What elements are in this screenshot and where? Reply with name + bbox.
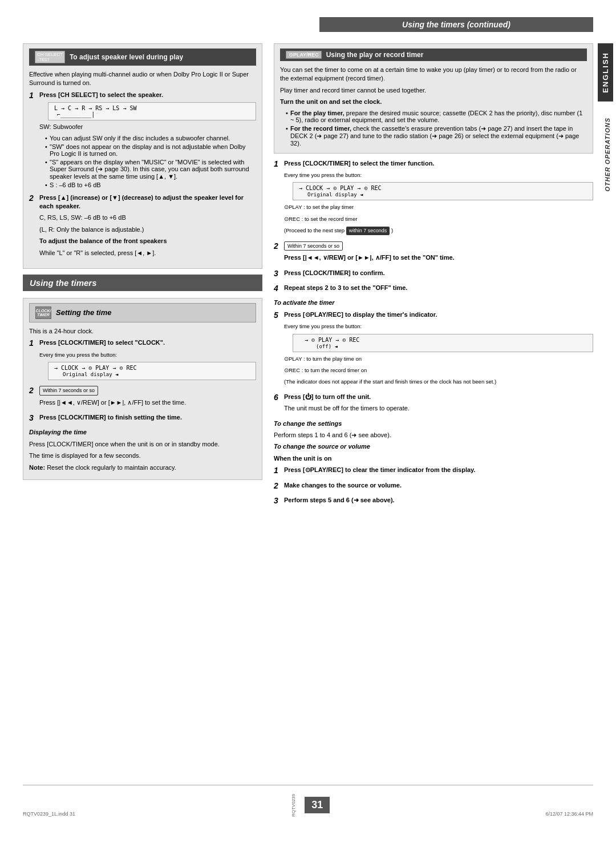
- timer-step-4: 4 Repeat steps 2 to 3 to set the "OFF" t…: [274, 284, 593, 295]
- speaker-level-intro: Effective when playing multi-channel aud…: [29, 70, 256, 88]
- step-1-diagram: L → C → R → RS → LS → SW ⌐_________|: [48, 102, 256, 120]
- step1-note-proceed: (Proceed to the next step within 7 secon…: [284, 227, 393, 233]
- cs-step-1: 1 Press [⊙PLAY/REC] to clear the timer i…: [274, 466, 593, 477]
- cs-step-2: 2 Make changes to the source or volume.: [274, 481, 593, 493]
- speaker-level-box: CH SELECT–TEST To adjust speaker level d…: [23, 43, 262, 269]
- timer-step-4-text: Repeat steps 2 to 3 to set the "OFF" tim…: [284, 284, 407, 291]
- timer-step-5-sub: Every time you press the button:: [284, 323, 362, 329]
- step1-note-play: ⊙PLAY : to set the play timer: [284, 204, 354, 210]
- timer-diagram-5: → ⊙ PLAY → ⊙ REC (off) ◄: [293, 334, 593, 352]
- timer-step-5: 5 Press [⊙PLAY/REC] to display the timer…: [274, 310, 593, 389]
- timer-step-3-num: 3: [274, 269, 282, 280]
- step5-note-play: ⊙PLAY : to turn the play time on: [284, 356, 362, 362]
- clock-step-2-text: Press [|◄◄, ∨/REW] or [►►|, ∧/FF] to set…: [39, 398, 256, 407]
- timer-bullets: For the play timer, prepare the desired …: [280, 110, 587, 147]
- timer-step-5-text: Press [⊙PLAY/REC] to display the timer's…: [284, 311, 437, 318]
- speaker-level-title: To adjust speaker level during play: [70, 53, 183, 61]
- clock-step-2-num: 2: [29, 386, 37, 410]
- change-source-title: To change the source or volume: [274, 443, 370, 450]
- step-1-text: Press [CH SELECT] to select the speaker.: [39, 91, 163, 98]
- english-tab: ENGLISH: [598, 43, 613, 102]
- step-2-note2: (L, R: Only the balance is adjustable.): [39, 225, 256, 234]
- speaker-level-header: CH SELECT–TEST To adjust speaker level d…: [29, 49, 256, 66]
- timer-step-1-text: Press [CLOCK/TIMER] to select the timer …: [284, 160, 434, 167]
- activate-title: To activate the timer: [274, 299, 335, 306]
- bullet-1: You can adjust SW only if the disc inclu…: [45, 135, 256, 142]
- note-text: Reset the clock regularly to maintain ac…: [47, 464, 176, 471]
- sw-label: SW: Subwoofer: [39, 123, 256, 131]
- cs-step-3: 3 Perform steps 5 and 6 (➜ see above).: [274, 496, 593, 507]
- bullet-4: S : –6 dB to +6 dB: [45, 182, 256, 188]
- timer-step-5-num: 5: [274, 310, 282, 389]
- clock-step-2: 2 Within 7 seconds or so Press [|◄◄, ∨/R…: [29, 386, 256, 410]
- step-2-speaker: 2 Press [▲] (increase) or [▼] (decrease)…: [29, 193, 256, 260]
- clock-step-1: 1 Press [CLOCK/TIMER] to select "CLOCK".…: [29, 338, 256, 382]
- clock-diagram-1: → CLOCK → ⊙ PLAY → ⊙ REC Original displa…: [48, 362, 256, 380]
- balance-title: To adjust the balance of the front speak…: [39, 237, 167, 244]
- cs-step-1-text: Press [⊙PLAY/REC] to clear the timer ind…: [284, 466, 475, 473]
- within-badge-timer: Within 7 seconds or so: [284, 241, 343, 251]
- footer: RQTV0239_1L.indd 31 RQTV0239 31 6/12/07 …: [23, 785, 593, 817]
- play-timer-bullet: For the play timer, prepare the desired …: [286, 110, 587, 123]
- timer-step-4-num: 4: [274, 284, 282, 295]
- setting-time-header: CLOCK/TIMER Setting the time: [29, 303, 256, 322]
- play-timer-bold: For the play timer,: [290, 110, 345, 116]
- other-operations-tab: OTHER OPERATIONS: [602, 112, 613, 197]
- within-seconds-badge: within 7 seconds: [346, 227, 390, 235]
- displaying-time-text: Press [CLOCK/TIMER] once when the unit i…: [29, 440, 256, 449]
- step-1-num: 1: [29, 91, 37, 190]
- timer-step-6-note: The unit must be off for the timers to o…: [284, 404, 593, 413]
- play-rec-icon: ⊙PLAY/REC: [286, 51, 322, 59]
- note-label: Note:: [29, 464, 45, 471]
- setting-time-box: CLOCK/TIMER Setting the time This is a 2…: [23, 298, 262, 480]
- cs-step-2-num: 2: [274, 481, 282, 493]
- timer-step-1: 1 Press [CLOCK/TIMER] to select the time…: [274, 159, 593, 238]
- cs-step-3-text: Perform steps 5 and 6 (➜ see above).: [284, 497, 395, 503]
- step-2-note1: C, RS, LS, SW: –6 dB to +6 dB: [39, 213, 256, 222]
- balance-text: While "L" or "R" is selected, press [◄, …: [39, 249, 256, 257]
- timer-step-6-num: 6: [274, 393, 282, 416]
- timer-intro-1: You can set the timer to come on at a ce…: [280, 66, 587, 83]
- timer-step-6: 6 Press [⏻] to turn off the unit. The un…: [274, 393, 593, 416]
- displaying-time-title: Displaying the time: [29, 429, 87, 435]
- turn-on-title: Turn the unit on and set the clock.: [280, 98, 382, 105]
- play-record-title: Using the play or record timer: [326, 51, 424, 59]
- footer-code: RQTV0239: [291, 794, 296, 817]
- step-2-num: 2: [29, 193, 37, 260]
- timer-step-1-num: 1: [274, 159, 282, 238]
- record-timer-bullet: For the record timer, check the cassette…: [286, 125, 587, 147]
- step5-note-paren: (The indicator does not appear if the st…: [284, 378, 496, 385]
- setting-time-title: Setting the time: [56, 308, 112, 317]
- change-settings-text: Perform steps 1 to 4 and 6 (➜ see above)…: [274, 431, 593, 439]
- cs-step-3-num: 3: [274, 496, 282, 507]
- page-number: 31: [305, 797, 330, 813]
- timer-step-2-text: Press [|◄◄, ∨/REW] or [►►|, ∧/FF] to set…: [284, 254, 455, 261]
- timer-step-6-text: Press [⏻] to turn off the unit.: [284, 393, 371, 400]
- step1-note-rec: ⊙REC : to set the record timer: [284, 216, 357, 222]
- footer-left: RQTV0239_1L.indd 31: [23, 811, 75, 817]
- section-header: Using the timers (continued): [319, 17, 593, 32]
- when-unit-on: When the unit is on: [274, 455, 331, 462]
- cs-step-2-text: Make changes to the source or volume.: [284, 482, 402, 489]
- displaying-time-note: The time is displayed for a few seconds.: [29, 451, 256, 460]
- clock-step-3-text: Press [CLOCK/TIMER] to finish setting th…: [39, 414, 182, 421]
- footer-right: 6/12/07 12:36:44 PM: [545, 811, 593, 817]
- timer-step-3: 3 Press [CLOCK/TIMER] to confirm.: [274, 269, 593, 280]
- timer-step-2: 2 Within 7 seconds or so Press [|◄◄, ∨/R…: [274, 241, 593, 265]
- clock-step-1-sub: Every time you press the button:: [39, 352, 117, 358]
- clock-step-1-num: 1: [29, 338, 37, 382]
- bullet-3: "S" appears on the display when "MUSIC" …: [45, 159, 256, 180]
- step-1-speaker: 1 Press [CH SELECT] to select the speake…: [29, 91, 256, 190]
- timer-step-2-num: 2: [274, 241, 282, 265]
- ch-select-icon: CH SELECT–TEST: [35, 51, 65, 63]
- play-record-header: ⊙PLAY/REC Using the play or record timer: [280, 49, 587, 61]
- play-record-timer-box: ⊙PLAY/REC Using the play or record timer…: [274, 43, 593, 154]
- change-settings-title: To change the settings: [274, 420, 342, 427]
- clock-timer-icon: CLOCK/TIMER: [35, 306, 51, 319]
- step-2-text: Press [▲] (increase) or [▼] (decrease) t…: [39, 194, 244, 209]
- within-badge-clock: Within 7 seconds or so: [39, 386, 98, 396]
- timer-step-1-sub: Every time you press the button:: [284, 172, 362, 178]
- left-column: CH SELECT–TEST To adjust speaker level d…: [23, 43, 262, 785]
- clock-intro: This is a 24-hour clock.: [29, 327, 256, 336]
- bullet-2: "SW" does not appear on the display and …: [45, 143, 256, 157]
